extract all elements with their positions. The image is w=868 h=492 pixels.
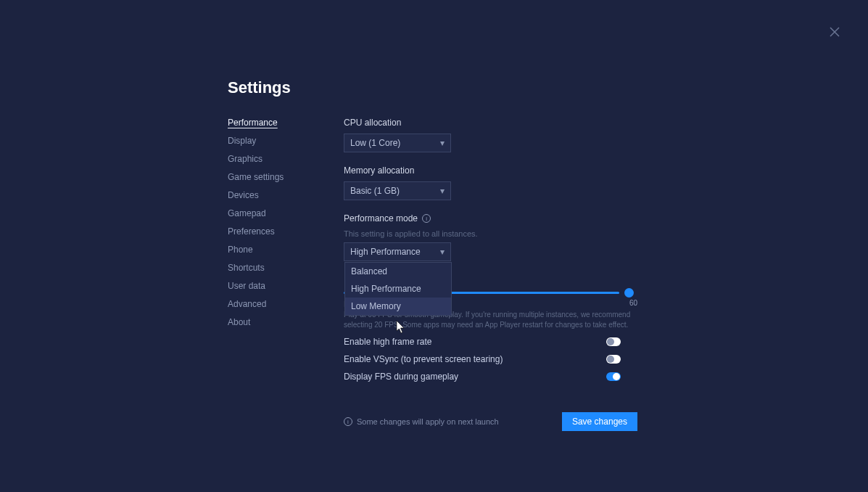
sidebar-item-graphics[interactable]: Graphics <box>228 154 344 164</box>
dropdown-option-low-memory[interactable]: Low Memory <box>345 298 451 315</box>
close-icon[interactable] <box>829 26 840 38</box>
cpu-allocation-select[interactable]: Low (1 Core) ▾ <box>344 134 451 152</box>
chevron-down-icon: ▾ <box>440 247 445 257</box>
memory-allocation-value: Basic (1 GB) <box>350 186 400 196</box>
performance-mode-value: High Performance <box>350 247 421 257</box>
cpu-allocation-value: Low (1 Core) <box>350 138 400 148</box>
sidebar-item-preferences[interactable]: Preferences <box>228 226 344 237</box>
display-fps-toggle[interactable] <box>606 372 621 381</box>
performance-mode-label: Performance mode i <box>344 213 634 224</box>
info-icon[interactable]: i <box>422 214 431 223</box>
dropdown-option-balanced[interactable]: Balanced <box>345 263 451 280</box>
save-changes-button[interactable]: Save changes <box>562 412 637 431</box>
info-icon: i <box>344 417 352 426</box>
sidebar-item-advanced[interactable]: Advanced <box>228 299 344 309</box>
sidebar-item-shortcuts[interactable]: Shortcuts <box>228 263 344 273</box>
vsync-toggle[interactable] <box>606 355 621 364</box>
memory-allocation-label: Memory allocation <box>344 165 634 176</box>
display-fps-label: Display FPS during gameplay <box>344 372 458 382</box>
slider-max-value: 60 <box>629 299 637 307</box>
slider-thumb[interactable] <box>624 288 634 298</box>
sidebar-item-phone[interactable]: Phone <box>228 245 344 255</box>
sidebar-item-performance[interactable]: Performance <box>228 118 344 128</box>
high-frame-rate-label: Enable high frame rate <box>344 337 431 347</box>
footer-note: i Some changes will apply on next launch <box>344 417 499 426</box>
vsync-label: Enable VSync (to prevent screen tearing) <box>344 354 503 364</box>
page-title: Settings <box>228 78 634 97</box>
sidebar-item-user-data[interactable]: User data <box>228 281 344 291</box>
sidebar-item-game-settings[interactable]: Game settings <box>228 172 344 182</box>
sidebar-item-gamepad[interactable]: Gamepad <box>228 208 344 218</box>
high-frame-rate-toggle[interactable] <box>606 337 621 346</box>
chevron-down-icon: ▾ <box>440 138 445 148</box>
sidebar-item-about[interactable]: About <box>228 317 344 327</box>
performance-mode-select[interactable]: High Performance ▾ Balanced High Perform… <box>344 242 451 261</box>
memory-allocation-select[interactable]: Basic (1 GB) ▾ <box>344 181 451 200</box>
performance-mode-hint: This setting is applied to all instances… <box>344 229 634 238</box>
performance-mode-dropdown: Balanced High Performance Low Memory <box>344 262 452 316</box>
sidebar: Performance Display Graphics Game settin… <box>228 118 344 431</box>
sidebar-item-devices[interactable]: Devices <box>228 190 344 200</box>
sidebar-item-display[interactable]: Display <box>228 136 344 146</box>
dropdown-option-high-performance[interactable]: High Performance <box>345 280 451 298</box>
cpu-allocation-label: CPU allocation <box>344 118 634 128</box>
chevron-down-icon: ▾ <box>440 186 445 196</box>
